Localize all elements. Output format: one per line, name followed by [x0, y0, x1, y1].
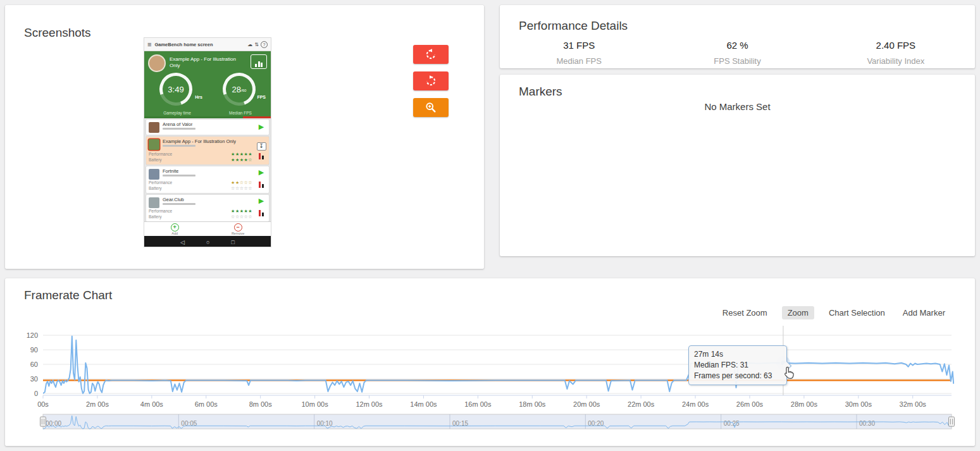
gameplay-time-gauge: 3:49 Hrs [159, 73, 192, 106]
median-fps-gauge: 28/60 FPS [223, 73, 256, 106]
app-list: Arena of Valor ▶ Example App - For Illus… [144, 118, 271, 221]
screenshot-actions [413, 45, 449, 125]
menu-icon: ≡ [147, 40, 151, 48]
rotate-right-icon [425, 75, 437, 87]
svg-text:12m 00s: 12m 00s [356, 400, 383, 408]
screenshots-card: Screenshots ≡ GameBench home screen ☁⇅? … [5, 5, 484, 269]
phone-toolbar-title: GameBench home screen [154, 42, 247, 47]
svg-text:4m 00s: 4m 00s [140, 400, 164, 408]
list-item: Fortnite ▶ Performance★★☆☆☆ Battery☆☆☆☆☆ [146, 166, 269, 193]
navigator-handle-right[interactable] [949, 417, 955, 426]
back-icon: ◁ [180, 239, 185, 245]
list-item-highlighted: Example App - For Illustration Only ↧ Pe… [146, 137, 269, 164]
framerate-chart[interactable]: 030609012000s2m 00s4m 00s6m 00s8m 00s10m… [5, 278, 975, 446]
svg-text:32m 00s: 32m 00s [900, 400, 927, 408]
markers-title: Markers [519, 85, 562, 99]
svg-text:26m 00s: 26m 00s [736, 400, 764, 408]
svg-text:30: 30 [30, 375, 38, 383]
svg-text:10m 00s: 10m 00s [301, 400, 328, 408]
featured-app-title: Example App - For Illustration Only [170, 56, 247, 68]
stats-bars-icon [256, 151, 266, 162]
add-app-button: +Add [171, 223, 179, 235]
page: { "screenshots_card": { "title": "Screen… [0, 0, 980, 451]
svg-text:14m 00s: 14m 00s [410, 400, 437, 408]
svg-text:6m 00s: 6m 00s [195, 400, 218, 408]
phone-footer: +Add −Remove [144, 221, 271, 236]
sort-icon: ⇅ [254, 42, 261, 47]
performance-details-card: Performance Details 31 FPS Median FPS 62… [500, 5, 975, 68]
rotate-left-icon [425, 49, 437, 60]
svg-text:00:25: 00:25 [724, 420, 740, 427]
app-icon [149, 169, 159, 180]
svg-text:20m 00s: 20m 00s [573, 400, 600, 408]
svg-text:28m 00s: 28m 00s [791, 400, 818, 408]
svg-text:30m 00s: 30m 00s [845, 400, 872, 408]
bar-chart-icon [251, 54, 267, 69]
featured-app-panel: Example App - For Illustration Only 3:49… [144, 51, 271, 116]
svg-text:24m 00s: 24m 00s [682, 400, 709, 408]
stat-variability-index: 2.40 FPS Variability Index [817, 40, 975, 66]
download-icon: ↧ [256, 139, 266, 151]
stats-bars-icon [256, 207, 266, 219]
app-icon [149, 197, 159, 208]
svg-text:00s: 00s [37, 400, 49, 408]
device-screenshot: ≡ GameBench home screen ☁⇅? Example App … [144, 38, 271, 247]
markers-card: Markers No Markers Set [500, 75, 975, 256]
zoom-in-button[interactable] [413, 98, 449, 117]
stats-bars-icon [256, 179, 266, 190]
recents-icon: □ [231, 239, 234, 245]
framerate-chart-card: Framerate Chart Reset Zoom Zoom Chart Se… [5, 278, 975, 446]
svg-text:18m 00s: 18m 00s [519, 400, 546, 408]
svg-text:00:30: 00:30 [859, 420, 875, 427]
android-nav-bar: ◁ ○ □ [144, 236, 271, 247]
gauge1-label: Gameplay time [163, 111, 191, 115]
list-item: Arena of Valor ▶ [146, 120, 269, 135]
phone-toolbar: ≡ GameBench home screen ☁⇅? [144, 38, 271, 51]
rotate-left-button[interactable] [413, 45, 449, 64]
gauge2-label: Median FPS [229, 111, 252, 115]
svg-text:120: 120 [27, 331, 38, 339]
svg-text:2m 00s: 2m 00s [86, 400, 109, 408]
svg-text:16m 00s: 16m 00s [464, 400, 492, 408]
remove-app-button: −Remove [232, 223, 244, 235]
chart-tooltip: 27m 14s Median FPS: 31 Frames per second… [688, 345, 787, 385]
stat-fps-stability: 62 % FPS Stability [658, 40, 816, 66]
navigator-handle-left[interactable] [40, 417, 46, 426]
performance-details-title: Performance Details [519, 19, 628, 33]
zoom-in-icon [425, 102, 437, 113]
help-icon: ? [261, 41, 268, 48]
avatar [148, 54, 166, 72]
stat-median-fps: 31 FPS Median FPS [500, 40, 658, 66]
home-icon: ○ [206, 239, 209, 245]
app-icon [149, 139, 159, 150]
upload-cloud-icon: ☁ [247, 42, 254, 47]
screenshots-title: Screenshots [24, 26, 91, 40]
svg-text:8m 00s: 8m 00s [249, 400, 273, 408]
svg-text:90: 90 [30, 346, 38, 354]
no-markers-text: No Markers Set [500, 101, 975, 112]
play-icon: ▶ [256, 197, 266, 204]
svg-text:0: 0 [34, 390, 38, 397]
rotate-right-button[interactable] [413, 71, 449, 90]
svg-text:22m 00s: 22m 00s [628, 400, 655, 408]
svg-text:60: 60 [30, 361, 38, 368]
play-icon: ▶ [256, 123, 266, 130]
list-item: Gear.Club ▶ Performance★★★★★ Battery☆☆☆☆… [146, 195, 269, 221]
app-icon [149, 122, 159, 133]
play-icon: ▶ [256, 169, 266, 176]
